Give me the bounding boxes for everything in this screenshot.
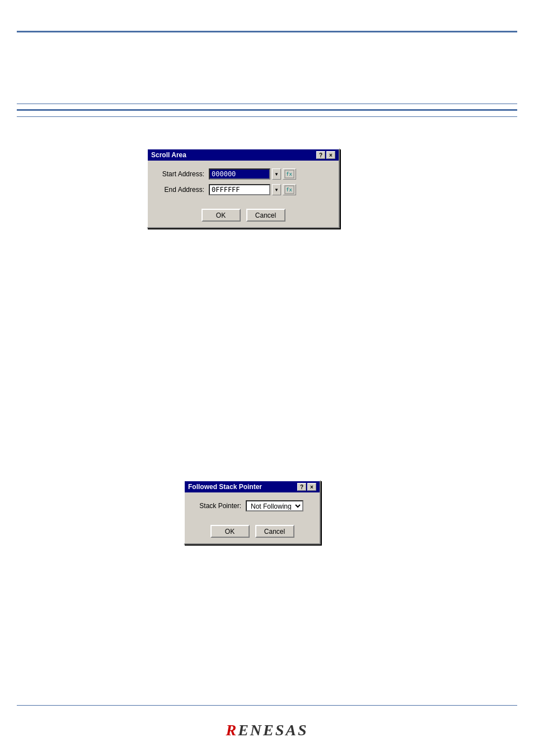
mid-rule-3 [17, 116, 517, 117]
mid-rule-2 [17, 109, 517, 111]
scroll-area-title-bar: Scroll Area ? × [148, 149, 339, 161]
scroll-area-help-button[interactable]: ? [316, 151, 325, 159]
start-address-label: Start Address: [156, 170, 209, 178]
scroll-area-title: Scroll Area [151, 151, 186, 159]
end-address-row: End Address: ▼ fx [156, 184, 331, 195]
start-address-row: Start Address: ▼ fx [156, 168, 331, 180]
stack-pointer-close-button[interactable]: × [307, 483, 316, 491]
scroll-area-footer: OK Cancel [148, 205, 339, 227]
svg-text:fx: fx [286, 187, 292, 192]
stack-pointer-label: Stack Pointer: [193, 502, 246, 510]
end-address-input-wrap: ▼ fx [209, 184, 296, 195]
mid-rule-1 [17, 104, 517, 104]
end-address-label: End Address: [156, 186, 209, 194]
renesas-logo: RENESAS [226, 721, 308, 739]
stack-pointer-title-buttons: ? × [297, 483, 316, 491]
scroll-area-dialog: Scroll Area ? × Start Address: ▼ fx End … [147, 148, 340, 228]
scroll-area-close-button[interactable]: × [326, 151, 335, 159]
start-address-input-wrap: ▼ fx [209, 168, 296, 180]
stack-pointer-select[interactable]: Not Following SP USP ISP [246, 500, 303, 511]
scroll-area-ok-button[interactable]: OK [202, 209, 241, 222]
scroll-area-cancel-button[interactable]: Cancel [246, 209, 285, 222]
scroll-area-body: Start Address: ▼ fx End Address: ▼ [148, 161, 339, 205]
start-address-expr-button[interactable]: fx [283, 168, 296, 180]
bottom-rule [17, 705, 517, 706]
start-address-dropdown[interactable]: ▼ [272, 168, 281, 180]
stack-pointer-footer: OK Cancel [185, 522, 320, 543]
stack-pointer-cancel-button[interactable]: Cancel [255, 525, 294, 538]
end-address-expr-button[interactable]: fx [283, 184, 296, 195]
start-address-input[interactable] [209, 168, 270, 180]
stack-pointer-title-bar: Followed Stack Pointer ? × [185, 481, 320, 492]
stack-pointer-help-button[interactable]: ? [297, 483, 306, 491]
end-address-dropdown[interactable]: ▼ [272, 184, 281, 195]
stack-pointer-row: Stack Pointer: Not Following SP USP ISP [193, 500, 312, 511]
end-address-input[interactable] [209, 184, 270, 195]
scroll-area-title-buttons: ? × [316, 151, 335, 159]
top-rule [17, 31, 517, 32]
stack-pointer-body: Stack Pointer: Not Following SP USP ISP [185, 492, 320, 522]
stack-pointer-title: Followed Stack Pointer [188, 483, 262, 491]
stack-pointer-input-wrap: Not Following SP USP ISP [246, 500, 303, 511]
renesas-logo-text: RENESAS [226, 721, 308, 739]
svg-text:fx: fx [286, 171, 292, 177]
stack-pointer-ok-button[interactable]: OK [210, 525, 250, 538]
stack-pointer-dialog: Followed Stack Pointer ? × Stack Pointer… [184, 480, 321, 544]
